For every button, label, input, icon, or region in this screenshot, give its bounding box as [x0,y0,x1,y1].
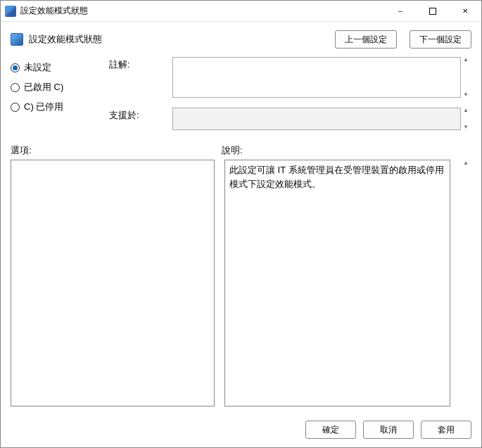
radio-label: 未設定 [24,61,51,74]
options-pane [11,160,215,407]
comment-scroll[interactable]: ▲ ▼ [460,57,471,98]
scroll-down-icon[interactable]: ▼ [460,124,471,130]
supported-box [172,108,461,130]
scroll-up-icon[interactable]: ▲ [460,57,471,63]
window-title: 設定效能模式狀態 [20,5,384,17]
help-text: 此設定可讓 IT 系統管理員在受管理裝置的啟用或停用模式下設定效能模式。 [229,165,444,189]
supported-scroll[interactable]: ▲ ▼ [460,108,471,130]
policy-title: 設定效能模式狀態 [29,33,102,46]
radio-label: C) 已停用 [24,101,63,113]
window-buttons: – ✕ [384,1,481,21]
scroll-down-icon[interactable]: ▼ [460,92,471,98]
policy-icon [11,33,23,46]
scroll-up-icon[interactable]: ▲ [460,108,471,113]
top-area: 未設定 已啟用 C) C) 已停用 註解: ▲ ▼ [1,51,481,130]
radio-icon [11,103,20,112]
header-row: 設定效能模式狀態 上一個設定 下一個設定 [1,22,481,51]
comment-row: 註解: ▲ ▼ [109,57,471,98]
radio-icon [11,83,20,92]
ok-button[interactable]: 確定 [305,421,356,439]
minimize-button[interactable]: – [384,1,417,21]
radio-disabled[interactable]: C) 已停用 [11,101,109,113]
content-area: 設定效能模式狀態 上一個設定 下一個設定 未設定 已啟用 C) C) 已停用 [1,22,481,447]
help-scroll-up-icon[interactable]: ▲ [460,160,471,407]
radio-not-configured[interactable]: 未設定 [11,61,109,74]
next-setting-button[interactable]: 下一個設定 [410,30,471,49]
apply-button[interactable]: 套用 [421,421,471,439]
options-label: 選項: [11,144,222,157]
radio-enabled[interactable]: 已啟用 C) [11,81,109,94]
cancel-button[interactable]: 取消 [363,421,414,439]
app-icon [5,6,16,17]
panes-row: 此設定可讓 IT 系統管理員在受管理裝置的啟用或停用模式下設定效能模式。 ▲ [1,160,481,407]
title-bar: 設定效能模式狀態 – ✕ [1,1,481,22]
dialog-window: 設定效能模式狀態 – ✕ 設定效能模式狀態 上一個設定 下一個設定 未設定 [0,0,482,448]
help-label: 說明: [222,144,471,157]
close-button[interactable]: ✕ [449,1,481,21]
footer-buttons: 確定 取消 套用 [1,412,481,447]
state-radio-group: 未設定 已啟用 C) C) 已停用 [11,57,109,130]
supported-row: 支援於: ▲ ▼ [109,108,471,130]
section-labels: 選項: 說明: [1,130,481,160]
comment-textarea[interactable] [172,57,461,98]
radio-label: 已啟用 C) [24,81,63,94]
help-pane: 此設定可讓 IT 系統管理員在受管理裝置的啟用或停用模式下設定效能模式。 [224,160,450,407]
maximize-button[interactable] [417,1,449,21]
radio-icon [11,63,20,72]
comment-label: 註解: [109,57,172,71]
previous-setting-button[interactable]: 上一個設定 [335,30,397,49]
supported-label: 支援於: [109,108,172,122]
fields-area: 註解: ▲ ▼ 支援於: ▲ ▼ [109,57,471,130]
